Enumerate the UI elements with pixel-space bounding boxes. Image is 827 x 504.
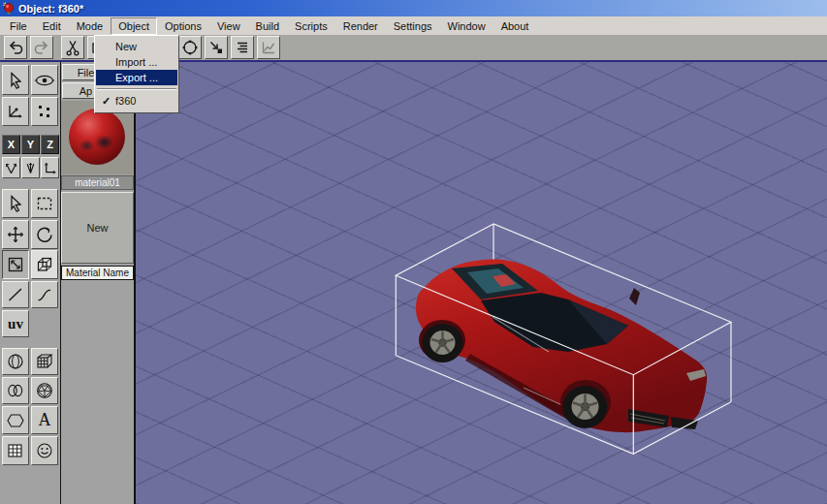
cursor-arrow-icon xyxy=(6,71,25,90)
material-list-item[interactable]: material01 xyxy=(61,175,134,190)
spread-arrows-icon xyxy=(4,160,18,175)
circle-handles-icon xyxy=(181,39,199,56)
menu-about[interactable]: About xyxy=(493,17,537,35)
cursor-arrow-icon xyxy=(6,194,25,213)
line-icon xyxy=(6,285,25,304)
menu-scripts[interactable]: Scripts xyxy=(287,17,335,35)
menu-edit[interactable]: Edit xyxy=(35,17,69,35)
menu-bar: File Edit Mode Object Options View Build… xyxy=(0,16,827,35)
axis-z-toggle[interactable]: Z xyxy=(41,135,59,154)
list-icon xyxy=(234,39,251,56)
grid-cube-icon xyxy=(35,352,54,371)
visibility-button[interactable] xyxy=(31,65,58,95)
primitive-geodesic-button[interactable] xyxy=(31,377,58,404)
axis-x-label: X xyxy=(8,139,15,150)
undo-button[interactable] xyxy=(4,36,27,59)
line-tool-button[interactable] xyxy=(2,281,29,308)
smiley-button[interactable] xyxy=(31,436,58,465)
axis-flip-button[interactable] xyxy=(41,157,59,178)
menu-mode[interactable]: Mode xyxy=(69,17,111,35)
points-button[interactable] xyxy=(31,97,58,126)
cut-icon xyxy=(64,39,81,56)
select-tool-button[interactable] xyxy=(2,65,29,95)
material-file-label: File xyxy=(78,67,95,79)
material-new-label: New xyxy=(86,222,108,234)
taper-arrows-icon xyxy=(23,160,38,175)
cylinder-icon xyxy=(6,381,25,400)
geodesic-sphere-icon xyxy=(35,381,54,400)
local-axis-button[interactable] xyxy=(2,97,29,126)
window-title: Object: f360* xyxy=(18,3,83,15)
car-model[interactable] xyxy=(416,260,707,433)
points-icon xyxy=(35,102,54,121)
primitive-sphere-button[interactable] xyxy=(2,348,29,375)
material-name: material01 xyxy=(75,177,120,188)
rotate-view-button[interactable] xyxy=(178,36,202,59)
menu-item-import[interactable]: Import ... xyxy=(96,54,177,70)
car-rear-wheel xyxy=(423,324,463,362)
curve-tool-button[interactable] xyxy=(31,281,58,308)
rotate-arrow-icon xyxy=(35,225,54,244)
axis-corner-icon xyxy=(43,160,57,175)
car-mirror xyxy=(629,288,640,305)
properties-button[interactable] xyxy=(231,36,254,59)
material-apply-label: Ap xyxy=(80,85,92,97)
app-window: Object: f360* File Edit Mode Object Opti… xyxy=(0,0,827,504)
material-new-button[interactable]: New xyxy=(61,192,134,264)
material-panel: File Ap material01 New Material Name xyxy=(61,62,136,504)
axis-y-toggle[interactable]: Y xyxy=(21,135,40,154)
wire-cube-icon xyxy=(35,255,54,274)
eye-icon xyxy=(34,72,55,89)
title-bar[interactable]: Object: f360* xyxy=(0,0,827,16)
scene-overlay xyxy=(378,208,785,489)
axis-z-label: Z xyxy=(47,139,53,150)
merge-down-icon xyxy=(207,39,225,56)
text-tool-label: A xyxy=(39,410,51,430)
menu-window[interactable]: Window xyxy=(440,17,493,35)
rotate-tool-button[interactable] xyxy=(31,220,58,249)
table-button[interactable] xyxy=(2,436,29,465)
car-front-wheel xyxy=(563,386,608,428)
primitive-box-button[interactable] xyxy=(31,348,58,375)
text-tool-button[interactable]: A xyxy=(31,406,58,434)
axis-tripod-icon xyxy=(6,102,25,121)
uv-label: uv xyxy=(8,316,23,332)
checkmark-icon: ✓ xyxy=(102,93,111,109)
axis-y-label: Y xyxy=(27,139,34,150)
material-preview-sphere[interactable] xyxy=(69,109,125,165)
hexagon-icon xyxy=(6,411,25,430)
primitive-hexagon-button[interactable] xyxy=(2,406,29,434)
smiley-icon xyxy=(35,441,54,460)
uv-tool-button[interactable]: uv xyxy=(2,310,29,337)
menu-build[interactable]: Build xyxy=(248,17,287,35)
move-cross-icon xyxy=(6,225,25,244)
move-tool-button[interactable] xyxy=(2,220,29,249)
taper-button[interactable] xyxy=(21,157,40,178)
scale-tool-button[interactable] xyxy=(2,250,29,279)
menu-options[interactable]: Options xyxy=(157,17,209,35)
merge-down-button[interactable] xyxy=(205,36,228,59)
box-edit-button[interactable] xyxy=(31,250,58,279)
menu-item-f360[interactable]: ✓ f360 xyxy=(96,93,177,109)
redo-icon xyxy=(33,39,50,56)
primitive-cylinder-button[interactable] xyxy=(2,377,29,404)
rect-select-button[interactable] xyxy=(31,189,58,218)
menu-separator xyxy=(97,88,176,90)
menu-item-new[interactable]: New xyxy=(96,39,177,54)
menu-file[interactable]: File xyxy=(2,17,35,35)
redo-button[interactable] xyxy=(30,36,53,59)
menu-view[interactable]: View xyxy=(209,17,248,35)
menu-item-export[interactable]: Export ... xyxy=(96,70,177,85)
menu-render[interactable]: Render xyxy=(335,17,386,35)
undo-icon xyxy=(7,39,24,56)
symmetry-button[interactable] xyxy=(2,157,20,178)
graph-button[interactable] xyxy=(257,36,280,59)
graph-icon xyxy=(260,39,277,56)
curve-icon xyxy=(35,285,54,304)
marquee-icon xyxy=(35,194,54,213)
menu-settings[interactable]: Settings xyxy=(386,17,440,35)
axis-x-toggle[interactable]: X xyxy=(2,135,20,154)
pick-tool-button[interactable] xyxy=(2,189,29,218)
cut-button[interactable] xyxy=(61,36,84,59)
menu-object[interactable]: Object xyxy=(111,17,157,35)
